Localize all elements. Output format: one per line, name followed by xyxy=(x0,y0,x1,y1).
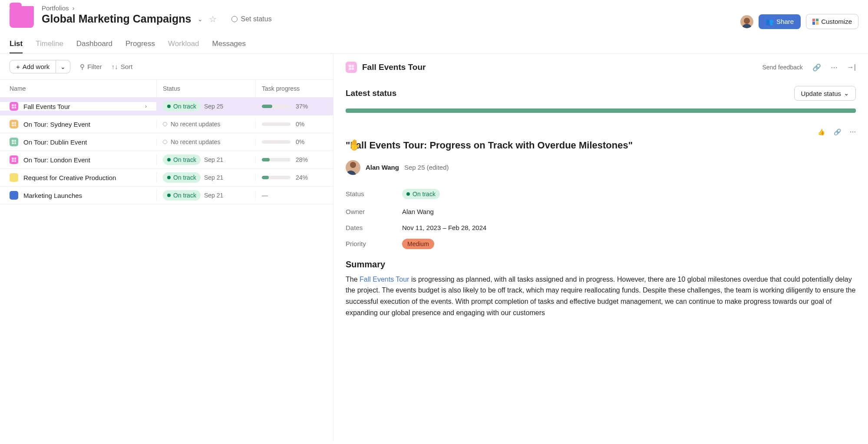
tab-workload[interactable]: Workload xyxy=(168,35,199,53)
update-status-button[interactable]: Update status ⌄ xyxy=(794,86,856,101)
progress-bar xyxy=(262,176,290,179)
breadcrumb[interactable]: Portfolios › xyxy=(42,4,740,12)
meta-label-owner: Owner xyxy=(346,208,402,215)
author-name[interactable]: Alan Wang xyxy=(366,164,399,171)
chevron-right-icon: › xyxy=(73,4,75,12)
status-badge[interactable]: On track xyxy=(163,101,201,112)
status-circle-icon xyxy=(231,16,238,22)
tab-list[interactable]: List xyxy=(10,35,23,53)
project-name: On Tour: London Event xyxy=(23,156,90,164)
set-status-button[interactable]: Set status xyxy=(231,15,272,23)
project-icon xyxy=(10,191,18,200)
project-icon xyxy=(10,138,18,146)
tab-dashboard[interactable]: Dashboard xyxy=(76,35,112,53)
customize-grid-icon xyxy=(812,19,818,25)
progress-percent: 28% xyxy=(296,156,308,163)
star-icon[interactable]: ☆ xyxy=(209,14,217,24)
send-feedback-link[interactable]: Send feedback xyxy=(762,64,802,71)
progress-percent: 0% xyxy=(296,138,304,145)
tab-timeline[interactable]: Timeline xyxy=(36,35,63,53)
filter-icon: ⚲ xyxy=(80,63,85,71)
sort-icon: ↑↓ xyxy=(112,63,118,70)
tab-progress[interactable]: Progress xyxy=(125,35,155,53)
share-label: Share xyxy=(776,18,794,25)
filter-label: Filter xyxy=(87,63,102,70)
summary-project-link[interactable]: Fall Events Tour xyxy=(360,276,409,283)
status-progress-bar xyxy=(346,109,856,113)
add-work-dropdown[interactable]: ⌄ xyxy=(56,60,70,73)
status-date: Sep 21 xyxy=(204,174,223,181)
page-title: Global Marketing Campaigns xyxy=(42,13,191,25)
user-avatar[interactable] xyxy=(740,15,753,28)
table-row[interactable]: Marketing Launches On track Sep 21 — xyxy=(0,187,333,204)
status-no-updates[interactable]: No recent updates xyxy=(163,121,220,128)
add-work-button[interactable]: + Add work xyxy=(10,60,56,73)
sort-button[interactable]: ↑↓ Sort xyxy=(112,63,133,70)
summary-text: The Fall Events Tour is progressing as p… xyxy=(346,274,856,318)
project-name: Request for Creative Production xyxy=(23,174,116,181)
project-name: On Tour: Dublin Event xyxy=(23,138,87,146)
project-name: On Tour: Sydney Event xyxy=(23,121,90,128)
latest-status-heading: Latest status xyxy=(346,89,396,98)
people-icon: 👥 xyxy=(766,18,774,26)
table-row[interactable]: On Tour: London Event On track Sep 21 28… xyxy=(0,151,333,169)
status-date: Sep 25 xyxy=(204,103,223,110)
status-no-updates[interactable]: No recent updates xyxy=(163,138,220,145)
column-header-status[interactable]: Status xyxy=(156,80,255,97)
author-avatar[interactable] xyxy=(346,160,360,175)
status-badge: On track xyxy=(402,189,440,199)
filter-button[interactable]: ⚲ Filter xyxy=(80,63,102,71)
progress-bar xyxy=(262,158,290,161)
project-name: Fall Events Tour xyxy=(23,103,70,110)
chevron-right-icon[interactable]: › xyxy=(145,103,147,109)
customize-button[interactable]: Customize xyxy=(806,14,858,29)
add-work-label: Add work xyxy=(23,63,50,70)
copy-link-icon[interactable]: 🔗 xyxy=(812,63,821,72)
like-icon[interactable]: 👍 xyxy=(818,128,825,135)
plus-icon: + xyxy=(16,63,20,70)
progress-percent: 24% xyxy=(296,174,308,181)
progress-percent: 37% xyxy=(296,103,308,110)
project-icon xyxy=(10,155,18,164)
progress-dash: — xyxy=(262,192,268,199)
meta-value-owner: Alan Wang xyxy=(402,208,434,215)
project-detail-icon xyxy=(346,62,357,73)
project-icon xyxy=(10,102,18,111)
column-header-name[interactable]: Name xyxy=(0,80,156,97)
title-dropdown-icon[interactable]: ⌄ xyxy=(198,16,203,23)
project-icon xyxy=(10,173,18,182)
more-icon[interactable]: ⋯ xyxy=(831,63,838,72)
more-icon[interactable]: ⋯ xyxy=(850,128,856,135)
progress-bar xyxy=(262,140,290,144)
share-button[interactable]: 👥 Share xyxy=(759,14,801,29)
status-date: Sep 21 xyxy=(204,192,223,199)
table-row[interactable]: On Tour: Dublin Event No recent updates … xyxy=(0,133,333,151)
close-panel-icon[interactable]: →| xyxy=(847,63,856,71)
progress-percent: 0% xyxy=(296,121,304,128)
sort-label: Sort xyxy=(121,63,133,70)
breadcrumb-parent[interactable]: Portfolios xyxy=(42,4,69,12)
status-badge[interactable]: On track xyxy=(163,190,201,201)
set-status-label: Set status xyxy=(241,15,272,23)
nav-tabs: List Timeline Dashboard Progress Workloa… xyxy=(0,35,868,54)
status-update-title: "Fall Events Tour: Progress on Track wit… xyxy=(346,139,809,152)
copy-link-icon[interactable]: 🔗 xyxy=(834,128,841,135)
meta-label-dates: Dates xyxy=(346,224,402,231)
meta-label-status: Status xyxy=(346,190,402,197)
table-row[interactable]: On Tour: Sydney Event No recent updates … xyxy=(0,115,333,133)
table-row[interactable]: Fall Events Tour › On track Sep 25 37% xyxy=(0,98,333,115)
summary-heading: Summary xyxy=(346,260,856,270)
column-header-progress[interactable]: Task progress xyxy=(255,80,333,97)
status-badge[interactable]: On track xyxy=(163,172,201,183)
tab-messages[interactable]: Messages xyxy=(212,35,246,53)
project-name: Marketing Launches xyxy=(23,192,82,199)
status-date: Sep 21 xyxy=(204,156,223,163)
detail-title: Fall Events Tour xyxy=(362,62,426,72)
author-timestamp: Sep 25 (edited) xyxy=(404,164,449,171)
status-badge[interactable]: On track xyxy=(163,155,201,165)
table-row[interactable]: Request for Creative Production On track… xyxy=(0,169,333,187)
meta-label-priority: Priority xyxy=(346,240,402,247)
chevron-down-icon: ⌄ xyxy=(60,63,66,70)
progress-bar xyxy=(262,122,290,126)
meta-value-dates: Nov 11, 2023 – Feb 28, 2024 xyxy=(402,224,486,231)
